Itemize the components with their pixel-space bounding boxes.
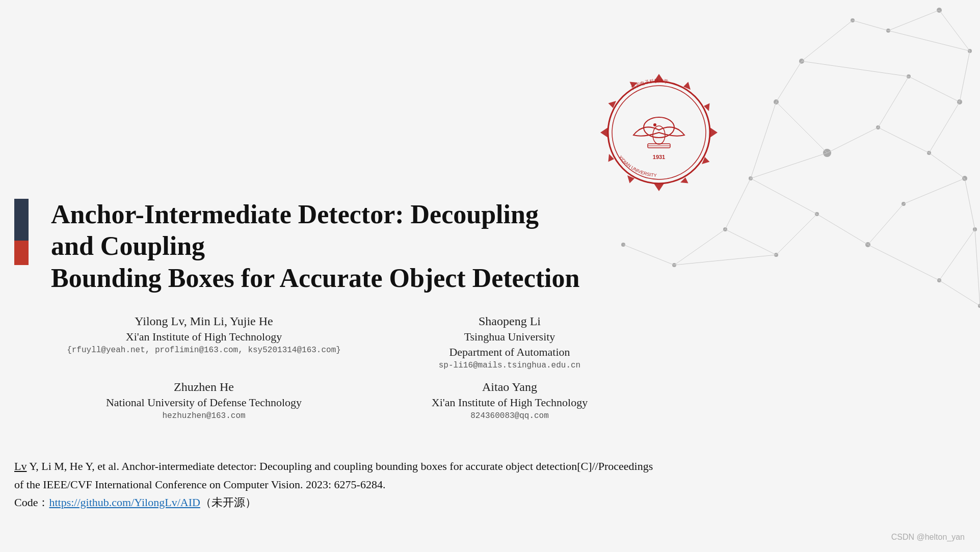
svg-point-0 bbox=[937, 8, 942, 13]
author-affil-2b: Department of Automation bbox=[367, 346, 652, 359]
citation-body: Y, Li M, He Y, et al. Anchor-intermediat… bbox=[27, 460, 653, 472]
citation-body-2: of the IEEE/CVF International Conference… bbox=[14, 478, 385, 491]
citation-code-line: Code：https://github.com/YilongLv/AID（未开源… bbox=[14, 493, 962, 511]
code-link[interactable]: https://github.com/YilongLv/AID bbox=[49, 496, 200, 509]
svg-marker-61 bbox=[654, 183, 664, 191]
svg-line-50 bbox=[878, 76, 909, 127]
author-email-1: {rfuyll@yeah.net, proflimin@163.com, ksy… bbox=[61, 346, 347, 355]
color-bar bbox=[14, 199, 29, 265]
svg-point-6 bbox=[957, 99, 962, 104]
citation-block: Lv Y, Li M, He Y, et al. Anchor-intermed… bbox=[14, 457, 962, 511]
svg-point-4 bbox=[799, 59, 804, 64]
svg-point-8 bbox=[876, 125, 880, 129]
author-block-2: Shaopeng Li Tsinghua University Departme… bbox=[357, 309, 663, 375]
code-label: Code： bbox=[14, 496, 49, 509]
svg-point-19 bbox=[978, 304, 980, 308]
citation-text: Lv Y, Li M, He Y, et al. Anchor-intermed… bbox=[14, 457, 962, 493]
bar-red bbox=[14, 241, 29, 265]
svg-marker-64 bbox=[600, 127, 608, 138]
svg-line-37 bbox=[965, 178, 975, 229]
author-name-4: Aitao Yang bbox=[367, 380, 652, 394]
code-suffix: （未开源） bbox=[200, 496, 256, 509]
svg-line-30 bbox=[929, 102, 960, 153]
author-affil-4: Xi'an Institute of High Technology bbox=[367, 396, 652, 409]
svg-point-2 bbox=[968, 49, 972, 53]
svg-marker-58 bbox=[710, 127, 718, 138]
svg-point-10 bbox=[774, 99, 779, 104]
author-email-2: sp-li16@mails.tsinghua.edu.cn bbox=[367, 361, 652, 370]
author-name-1: Yilong Lv, Min Li, Yujie He bbox=[61, 314, 347, 328]
svg-line-26 bbox=[802, 20, 853, 61]
svg-text:1931: 1931 bbox=[653, 154, 665, 160]
university-logo: 1931 西安电子科技大学 XIDIAN UNIVERSITY bbox=[593, 66, 735, 209]
svg-line-36 bbox=[929, 153, 965, 178]
svg-line-32 bbox=[827, 127, 878, 153]
svg-line-24 bbox=[888, 31, 970, 51]
author-email-3: hezhuzhen@163.com bbox=[61, 411, 347, 420]
svg-point-70 bbox=[653, 126, 665, 144]
svg-point-9 bbox=[823, 149, 831, 157]
svg-point-13 bbox=[973, 227, 977, 231]
svg-line-31 bbox=[878, 127, 929, 153]
svg-line-35 bbox=[751, 153, 827, 178]
author-block-1: Yilong Lv, Min Li, Yujie He Xi'an Instit… bbox=[51, 309, 357, 375]
svg-point-12 bbox=[962, 176, 967, 181]
csdn-watermark: CSDN @helton_yan bbox=[891, 533, 965, 542]
svg-text:西安电子科技大学: 西安电子科技大学 bbox=[630, 78, 668, 90]
author-block-4: Aitao Yang Xi'an Institute of High Techn… bbox=[357, 375, 663, 426]
citation-lv: Lv bbox=[14, 460, 27, 472]
svg-point-7 bbox=[927, 151, 931, 155]
svg-point-1 bbox=[886, 29, 890, 33]
author-email-4: 824360083@qq.com bbox=[367, 411, 652, 420]
svg-line-33 bbox=[776, 102, 827, 153]
author-block-3: Zhuzhen He National University of Defens… bbox=[51, 375, 357, 426]
svg-point-11 bbox=[749, 176, 753, 180]
svg-line-52 bbox=[939, 10, 970, 51]
svg-point-3 bbox=[851, 18, 855, 22]
author-name-2: Shaopeng Li bbox=[367, 314, 652, 328]
svg-point-73 bbox=[653, 123, 656, 126]
author-affil-1: Xi'an Institute of High Technology bbox=[61, 330, 347, 344]
author-affil-3: National University of Defense Technolog… bbox=[61, 396, 347, 409]
authors-grid: Yilong Lv, Min Li, Yujie He Xi'an Instit… bbox=[51, 309, 663, 426]
paper-title: Anchor-Intermediate Detector: Decoupling… bbox=[51, 199, 586, 294]
main-content: Anchor-Intermediate Detector: Decoupling… bbox=[31, 199, 948, 426]
svg-line-34 bbox=[776, 61, 802, 102]
svg-line-28 bbox=[909, 76, 960, 102]
bar-dark bbox=[14, 199, 29, 241]
author-name-3: Zhuzhen He bbox=[61, 380, 347, 394]
svg-line-23 bbox=[888, 10, 939, 31]
svg-line-25 bbox=[853, 20, 888, 31]
svg-line-49 bbox=[751, 102, 776, 178]
svg-line-27 bbox=[802, 61, 909, 76]
author-affil-2a: Tsinghua University bbox=[367, 330, 652, 344]
svg-line-47 bbox=[975, 229, 980, 306]
svg-line-29 bbox=[960, 51, 970, 102]
svg-point-5 bbox=[907, 74, 911, 78]
